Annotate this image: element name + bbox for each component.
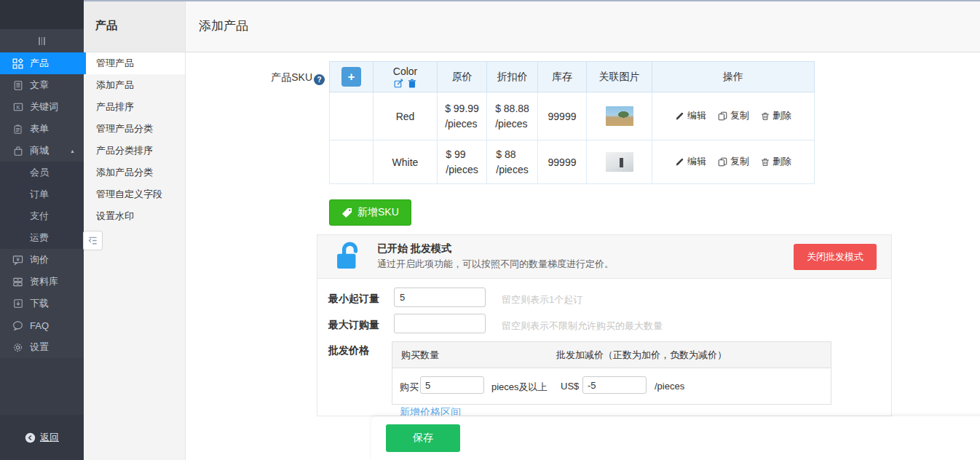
edit-label: 编辑: [687, 155, 706, 168]
sku-row-red: Red $ 99.99/pieces $ 88.88/pieces 99999 …: [330, 92, 815, 140]
sidebar-item-forms[interactable]: 表单: [0, 118, 84, 140]
sidebar-item-mall[interactable]: 商城 ▲: [0, 140, 84, 162]
wholesale-status-title: 已开始 批发模式: [377, 242, 451, 255]
sidebar-item-orders[interactable]: 订单: [0, 183, 84, 205]
add-column-cell: +: [330, 62, 374, 92]
sidebar-item-label: 运费: [30, 231, 49, 245]
sku-thumbnail-beach[interactable]: [606, 106, 633, 126]
stock-cell: 99999: [538, 92, 587, 140]
sku-row-white: White $ 99/pieces $ 88/pieces 99999 编辑 复…: [330, 140, 815, 184]
stock-header-cell: 库存: [538, 62, 587, 92]
max-order-label: 最大订购量: [328, 319, 379, 332]
primary-sidebar: 产品 文章 K 关键词 表单 商城 ▲: [0, 0, 84, 460]
color-cell: White: [374, 140, 438, 184]
sidebar-item-library[interactable]: 资料库: [0, 271, 84, 293]
price-unit: /pieces: [446, 164, 478, 175]
row-select-cell: [330, 92, 374, 140]
form-icon: [12, 123, 24, 135]
max-order-input[interactable]: [394, 314, 486, 333]
discount-value: $ 88.88: [495, 103, 529, 114]
sidebar-item-articles[interactable]: 文章: [0, 74, 84, 96]
copy-sku-button[interactable]: 复制: [718, 109, 749, 122]
submenu-item-manage-products[interactable]: 管理产品: [84, 52, 185, 74]
image-cell: [587, 140, 652, 184]
qty-input[interactable]: [420, 376, 484, 394]
submenu-collapse-button[interactable]: [83, 231, 103, 250]
delete-sku-button[interactable]: 删除: [761, 155, 791, 168]
submenu-item-add-product[interactable]: 添加产品: [84, 74, 185, 96]
mall-submenu: 会员 订单 支付 运费: [0, 162, 84, 249]
actions-cell: 编辑 复制 删除: [652, 92, 815, 140]
keyword-icon: K: [12, 101, 24, 113]
sidebar-item-inquiry[interactable]: ¥ 询价: [0, 249, 84, 271]
edit-label: 编辑: [687, 109, 706, 122]
sidebar-item-label: 订单: [30, 188, 49, 201]
gear-icon: [12, 341, 24, 353]
qty-suffix: pieces及以上: [491, 381, 548, 394]
submenu-item-watermark[interactable]: 设置水印: [84, 205, 185, 227]
back-label: 返回: [40, 431, 59, 444]
sidebar-item-downloads[interactable]: 下载: [0, 293, 84, 314]
tag-icon: [341, 207, 352, 218]
sku-thumbnail-bottle[interactable]: [606, 152, 633, 172]
outdent-icon: [87, 235, 98, 246]
trash-icon: [761, 157, 770, 167]
help-question-icon[interactable]: ?: [314, 74, 325, 85]
sidebar-item-label: 关键词: [30, 100, 58, 114]
sidebar-item-settings[interactable]: 设置: [0, 336, 84, 358]
sidebar-collapse-button[interactable]: [0, 29, 84, 52]
sidebar-item-label: 会员: [30, 166, 49, 179]
min-order-input[interactable]: [394, 288, 486, 307]
add-sku-button[interactable]: 新增SKU: [329, 199, 411, 226]
color-cell: Red: [374, 92, 438, 140]
sidebar-item-payment[interactable]: 支付: [0, 205, 84, 227]
trash-icon: [761, 111, 770, 121]
add-sku-label: 新增SKU: [357, 206, 399, 219]
wholesale-panel: 已开始 批发模式 通过开启此项功能，可以按照不同的数量梯度进行定价。 关闭批发模…: [317, 234, 892, 416]
adjustment-input[interactable]: [582, 376, 647, 394]
add-attribute-button[interactable]: +: [341, 67, 361, 87]
chevron-up-icon: ▲: [70, 148, 75, 154]
sidebar-item-label: 下载: [30, 297, 49, 310]
sidebar-item-label: 设置: [30, 341, 49, 354]
back-button[interactable]: 返回: [0, 415, 84, 460]
sidebar-item-label: 商城: [30, 144, 49, 157]
submenu-item-manage-categories[interactable]: 管理产品分类: [84, 118, 185, 140]
edit-attribute-icon[interactable]: [394, 79, 403, 88]
faq-bubble-icon: [12, 320, 24, 331]
close-wholesale-button[interactable]: 关闭批发模式: [794, 244, 877, 270]
discount-unit: /pieces: [495, 118, 527, 130]
submenu-item-category-sort[interactable]: 产品分类排序: [84, 140, 185, 162]
actions-cell: 编辑 复制 删除: [652, 140, 815, 184]
shop-bag-icon: [12, 145, 24, 156]
color-header-label: Color: [374, 66, 437, 77]
sidebar-item-members[interactable]: 会员: [0, 162, 84, 183]
save-button[interactable]: 保存: [386, 424, 460, 452]
add-price-range-link[interactable]: 新增价格区间: [400, 406, 461, 416]
copy-label: 复制: [730, 155, 749, 168]
price-cell: $ 99/pieces: [438, 140, 487, 184]
currency-label: US$: [561, 381, 579, 392]
delete-label: 删除: [772, 155, 791, 168]
sidebar-item-label: FAQ: [30, 320, 49, 331]
sidebar-item-keywords[interactable]: K 关键词: [0, 96, 84, 118]
color-header-cell: Color: [374, 62, 438, 92]
row-select-cell: [330, 140, 374, 184]
wholesale-status-desc: 通过开启此项功能，可以按照不同的数量梯度进行定价。: [377, 258, 614, 271]
delete-sku-button[interactable]: 删除: [761, 109, 791, 122]
library-icon: [12, 276, 24, 288]
copy-sku-button[interactable]: 复制: [718, 155, 749, 168]
sidebar-item-products[interactable]: 产品: [0, 52, 84, 74]
sidebar-item-faq[interactable]: FAQ: [0, 314, 84, 336]
submenu-item-add-category[interactable]: 添加产品分类: [84, 162, 185, 183]
sidebar-item-shipping[interactable]: 运费: [0, 227, 84, 249]
copy-label: 复制: [730, 109, 749, 122]
submenu-item-product-sort[interactable]: 产品排序: [84, 96, 185, 118]
stock-cell: 99999: [538, 140, 587, 184]
delete-attribute-icon[interactable]: [408, 79, 416, 88]
wholesale-panel-header: 已开始 批发模式 通过开启此项功能，可以按照不同的数量梯度进行定价。 关闭批发模…: [317, 235, 891, 279]
submenu-item-custom-fields[interactable]: 管理自定义字段: [84, 183, 185, 205]
edit-sku-button[interactable]: 编辑: [675, 155, 706, 168]
sku-field-label: 产品SKU?: [186, 71, 325, 85]
edit-sku-button[interactable]: 编辑: [675, 109, 706, 122]
